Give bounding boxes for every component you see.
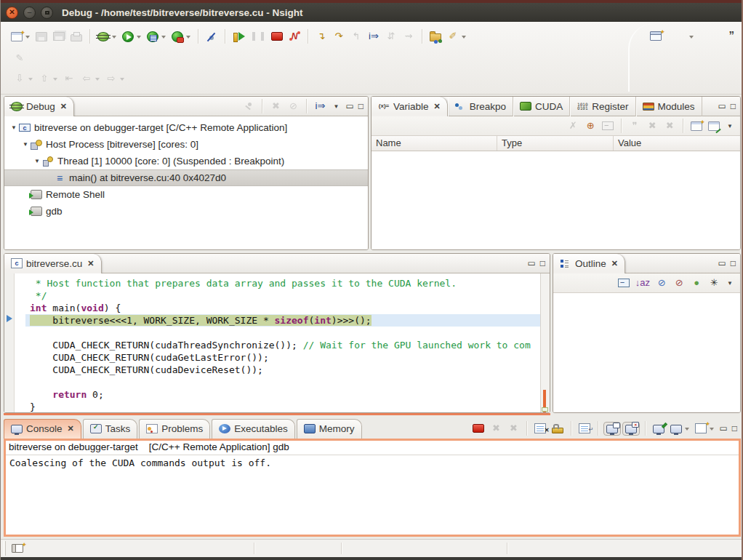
pin-console-button[interactable] xyxy=(651,423,667,435)
tab-debug[interactable]: Debug✕ xyxy=(4,97,74,116)
collapse-all-button[interactable] xyxy=(616,277,632,289)
code-line[interactable]: } xyxy=(30,401,540,412)
code-line[interactable]: int main(void) { xyxy=(30,302,540,314)
disconnect-button[interactable] xyxy=(286,30,302,43)
minimize-view-button[interactable]: ▭ xyxy=(525,259,537,268)
code-line[interactable]: * Host function that prepares data array… xyxy=(30,277,540,289)
profile-dropdown[interactable] xyxy=(161,36,166,41)
minimize-window-button[interactable]: – xyxy=(23,7,36,19)
tree-row[interactable]: gdb xyxy=(4,203,368,220)
step-over-button[interactable]: ↷ xyxy=(331,29,347,44)
step-into-button[interactable]: ↴ xyxy=(313,29,329,44)
open-console-button[interactable] xyxy=(693,422,716,435)
tab-cuda[interactable]: CUDA xyxy=(513,97,570,116)
expander-icon[interactable]: ▼ xyxy=(20,141,31,148)
editor-annotation-ruler[interactable] xyxy=(4,273,15,412)
close-tab-icon[interactable]: ✕ xyxy=(60,102,67,111)
hide-static-members-button[interactable]: ⊘ xyxy=(671,276,687,290)
column-header-value[interactable]: Value xyxy=(614,136,740,151)
titlebar[interactable]: ✕ – Debug - /home/test/bitreverse/bitrev… xyxy=(1,3,742,22)
add-global-variables-button[interactable]: ⊕ xyxy=(582,119,598,133)
expander-icon[interactable]: ▼ xyxy=(9,124,19,131)
minimize-view-button[interactable]: ▭ xyxy=(717,424,729,433)
view-menu-icon[interactable]: ▼ xyxy=(329,103,343,110)
new-view-button[interactable] xyxy=(688,120,704,132)
maximize-window-button[interactable] xyxy=(41,7,53,19)
back-dropdown[interactable] xyxy=(95,78,100,83)
code-line[interactable]: bitreverse<<<1, WORK_SIZE, WORK_SIZE * s… xyxy=(25,314,540,327)
tree-row[interactable]: ▼bitreverse on debugger-target [C/C++ Re… xyxy=(4,119,368,136)
forward-dropdown[interactable] xyxy=(120,78,124,83)
open-perspective-button[interactable] xyxy=(648,30,664,42)
tree-row[interactable]: main() at bitreverse.cu:40 0x4027d0 xyxy=(4,169,368,186)
minimize-view-button[interactable]: ▭ xyxy=(715,259,728,268)
display-console-button[interactable] xyxy=(668,423,691,435)
variables-table-body[interactable] xyxy=(372,151,740,249)
fast-view-icon[interactable] xyxy=(12,544,23,553)
hide-non-public-members-button[interactable]: ● xyxy=(688,276,704,290)
scroll-lock-button[interactable] xyxy=(550,422,566,435)
minimize-view-button[interactable]: ▭ xyxy=(715,102,728,111)
show-console-on-stderr-button[interactable] xyxy=(622,422,640,436)
new-wizard-dropdown[interactable] xyxy=(25,36,30,41)
close-tab-icon[interactable]: ✕ xyxy=(68,424,74,433)
close-tab-icon[interactable]: ✕ xyxy=(434,102,441,111)
mark-occurrences-button[interactable]: ✐ xyxy=(445,29,468,44)
view-menu-icon[interactable]: ▼ xyxy=(723,280,737,287)
tab-problems[interactable]: Problems xyxy=(139,419,210,439)
mark-occurrences-dropdown[interactable] xyxy=(462,36,466,41)
instruction-stepping-mode-button[interactable]: i⇒ xyxy=(312,99,328,113)
instruction-stepping-button[interactable]: i⇒ xyxy=(366,29,382,44)
maximize-view-button[interactable]: □ xyxy=(538,259,547,268)
overview-line-marker-icon[interactable] xyxy=(542,407,548,412)
editor-gutter[interactable] xyxy=(15,273,25,412)
tab-memory[interactable]: Memory xyxy=(297,419,362,439)
hide-inactive-code-button[interactable]: ✳ xyxy=(706,276,722,290)
debug-dropdown[interactable] xyxy=(112,36,116,41)
debug-button[interactable] xyxy=(95,31,119,43)
close-tab-icon[interactable]: ✕ xyxy=(611,259,618,268)
tree-row[interactable]: Remote Shell xyxy=(4,186,368,203)
outline-body[interactable] xyxy=(553,293,740,412)
open-element-button[interactable] xyxy=(427,30,443,43)
maximize-view-button[interactable]: □ xyxy=(728,259,738,268)
display-console-dropdown[interactable] xyxy=(685,428,689,433)
column-header-name[interactable]: Name xyxy=(372,136,497,151)
terminate-console-button[interactable] xyxy=(470,423,486,434)
skip-all-breakpoints-button[interactable] xyxy=(204,30,220,44)
tab-modules[interactable]: Modules xyxy=(636,97,702,116)
code-line[interactable]: return 0; xyxy=(30,388,540,401)
close-tab-icon[interactable]: ✕ xyxy=(87,259,94,268)
code-area[interactable]: * Host function that prepares data array… xyxy=(25,273,540,412)
resume-button[interactable] xyxy=(230,31,247,43)
minimize-view-button[interactable]: ▭ xyxy=(343,102,356,111)
previous-annotation-dropdown[interactable] xyxy=(53,78,57,83)
view-menu-icon[interactable]: ▼ xyxy=(723,123,737,129)
next-annotation-dropdown[interactable] xyxy=(28,78,33,83)
run-history-button[interactable] xyxy=(169,30,193,44)
hide-fields-button[interactable]: ⊘ xyxy=(654,276,670,290)
tab-bitreverse-cu[interactable]: bitreverse.cu✕ xyxy=(4,254,102,273)
tab-executables[interactable]: Executables xyxy=(212,419,295,439)
code-line[interactable] xyxy=(30,327,540,339)
word-wrap-button[interactable] xyxy=(577,422,593,435)
terminate-button[interactable] xyxy=(269,31,285,42)
expander-icon[interactable]: ▼ xyxy=(32,158,42,164)
configure-view-button[interactable] xyxy=(706,120,722,132)
tab-outline[interactable]: Outline✕ xyxy=(553,254,625,273)
sort-button[interactable]: ↓az xyxy=(633,276,652,290)
maximize-view-button[interactable]: □ xyxy=(730,424,739,433)
editor-body[interactable]: * Host function that prepares data array… xyxy=(4,273,550,412)
editor-overview-ruler[interactable] xyxy=(540,273,550,412)
console-output[interactable]: Coalescing of the CUDA commands output i… xyxy=(6,455,739,535)
column-header-type[interactable]: Type xyxy=(497,136,614,151)
toolbar-overflow-chevron[interactable]: ” xyxy=(729,30,735,40)
code-line[interactable] xyxy=(30,376,540,388)
run-history-dropdown[interactable] xyxy=(186,36,190,41)
code-line[interactable]: */ xyxy=(30,289,540,302)
close-window-button[interactable]: ✕ xyxy=(6,7,18,19)
tab-variable[interactable]: Variable✕ xyxy=(372,97,448,116)
tab-register[interactable]: Register xyxy=(570,97,635,116)
code-line[interactable]: CUDA_CHECK_RETURN(cudaGetLastError()); xyxy=(30,351,540,364)
run-button[interactable] xyxy=(120,30,143,44)
